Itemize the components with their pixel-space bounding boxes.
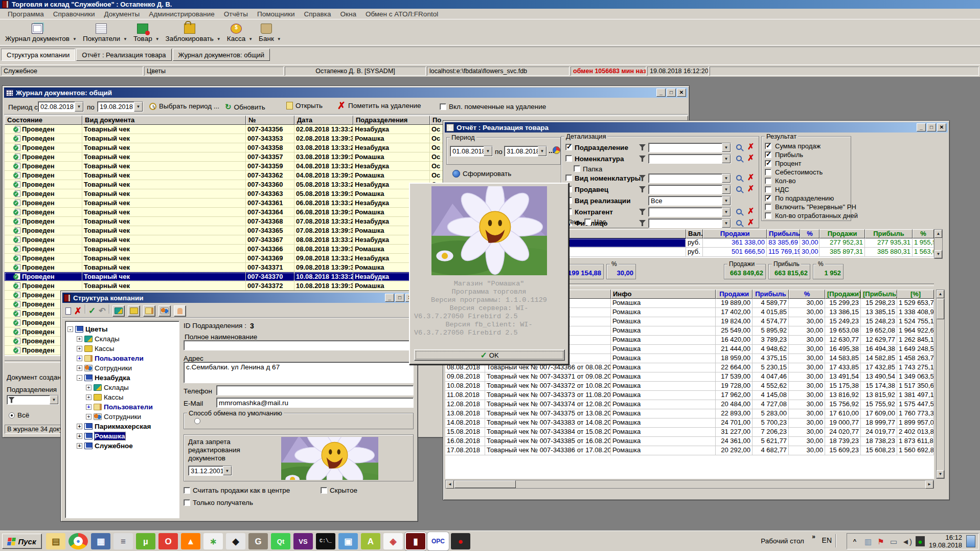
result-option[interactable]: Прибыль <box>762 150 851 159</box>
menu-item[interactable]: Документы <box>100 9 145 19</box>
refresh-button[interactable]: ↻Обновить <box>225 102 265 112</box>
full-name-input[interactable] <box>184 340 414 350</box>
period-from-combo[interactable]: 02.08.2018▼ <box>38 101 84 112</box>
col-doctype[interactable]: Вид документа <box>82 116 246 125</box>
tree-item[interactable]: Кассы <box>65 392 179 402</box>
show-desktop-button[interactable] <box>966 535 975 547</box>
result-option[interactable]: Процент <box>762 159 851 168</box>
detail-table-row[interactable]: 12.08.2018 Товарный чек № 007-343374 от … <box>445 400 934 409</box>
menu-item[interactable]: Справка <box>300 9 336 19</box>
detail-table-row[interactable]: 11.08.2018 Товарный чек № 007-343373 от … <box>445 391 934 400</box>
tree-expand-icon[interactable] <box>86 414 92 420</box>
taskbar-icon[interactable]: OPC <box>428 533 448 549</box>
period-to-combo[interactable]: 19.08.2018▼ <box>97 101 143 112</box>
detail-combo[interactable]: Все▼ <box>648 196 731 206</box>
search-icon[interactable] <box>736 156 742 161</box>
maximize-button[interactable]: □ <box>395 294 404 302</box>
chevron-down-icon[interactable]: ▼ <box>277 37 281 41</box>
detail-checkbox[interactable] <box>574 165 580 172</box>
clear-icon[interactable]: ✗ <box>747 185 754 192</box>
tree-expand-icon[interactable] <box>86 385 92 390</box>
maximize-button[interactable]: □ <box>927 123 936 131</box>
minimize-button[interactable]: _ <box>656 89 666 97</box>
search-icon[interactable] <box>736 175 742 181</box>
taskbar-icon[interactable]: A <box>361 533 380 549</box>
detail-checkbox[interactable] <box>565 155 572 162</box>
detail-table-row[interactable]: 09.08.2018 Товарный чек № 007-343371 от … <box>445 372 934 382</box>
detail-combo[interactable]: ▼ <box>648 207 731 217</box>
build-report-button[interactable]: Сформировать <box>452 170 511 178</box>
search-icon[interactable] <box>736 220 742 226</box>
chevron-down-icon[interactable]: ▼ <box>123 37 127 41</box>
menu-item[interactable]: Программа <box>3 9 49 19</box>
taskbar-icon[interactable]: Qt <box>271 533 290 549</box>
taskbar-icon[interactable]: ◆ <box>226 533 245 549</box>
pie-chart-icon[interactable] <box>553 146 560 154</box>
summary-scrollbar[interactable]: ▲ ▼ <box>934 229 943 259</box>
mark-delete-button[interactable]: ✗Пометить на удаление <box>337 102 421 109</box>
tray-icon[interactable]: ▥ <box>863 536 873 546</box>
tree-expand-icon[interactable] <box>77 375 82 381</box>
lock-date-combo[interactable]: 31.12.2001▼ <box>188 466 232 476</box>
chevron-down-icon[interactable]: ▼ <box>73 37 77 41</box>
taskbar-icon[interactable]: ● <box>451 533 470 549</box>
taskbar-icon[interactable]: ▤ <box>46 533 65 549</box>
menu-item[interactable]: Помощники <box>253 9 300 19</box>
warehouses-button[interactable] <box>112 305 125 317</box>
col-state[interactable]: Состояние <box>5 116 82 125</box>
division-filter-combo[interactable]: ▼ <box>7 395 59 405</box>
desktop-toolbar-label[interactable]: Рабочий стол <box>761 537 804 545</box>
tab-report[interactable]: Отчёт : Реализация товара <box>76 49 171 61</box>
search-icon[interactable] <box>736 186 742 192</box>
detail-table-row[interactable]: 15.08.2018 Товарный чек № 007-343384 от … <box>445 428 934 437</box>
result-option[interactable]: НДС <box>762 185 851 194</box>
close-button[interactable]: ✕ <box>937 123 946 131</box>
result-option[interactable]: По подразделению <box>762 194 851 203</box>
tab-journal[interactable]: Журнал документов: общий <box>173 49 270 61</box>
toolbar-button[interactable]: Банк <box>256 23 277 43</box>
menu-item[interactable]: Обмен с АТОЛ:FRontol <box>361 9 443 19</box>
taskbar-icon[interactable]: ▲ <box>181 533 200 549</box>
employees-button[interactable] <box>158 305 171 317</box>
address-input[interactable]: с.Семибалки. ул Ленина д 67 <box>184 362 414 383</box>
undo-button[interactable]: ↶ <box>99 306 105 316</box>
receiver-only-option[interactable]: Только получатель <box>184 499 253 506</box>
report-period-to[interactable]: 31.08.2018▼ <box>504 146 547 157</box>
tree-item[interactable]: Сотрудники <box>65 412 179 422</box>
toolbar-button[interactable]: Заблокировать <box>163 19 217 43</box>
tree-item[interactable]: Склады <box>65 383 179 392</box>
taskbar-icon[interactable]: C:\_ <box>316 533 335 549</box>
tree-item[interactable]: Служебное <box>65 441 179 451</box>
tree-expand-icon[interactable] <box>86 394 92 400</box>
clear-icon[interactable]: ✗ <box>747 143 754 150</box>
users-button[interactable] <box>143 305 155 317</box>
hour-checkbox[interactable] <box>584 218 591 225</box>
tree-item[interactable]: Сотрудники <box>65 363 179 373</box>
result-option[interactable]: Включить "Резервные" РН <box>762 203 851 211</box>
tree-item[interactable]: Склады <box>65 334 179 344</box>
minimize-button[interactable]: _ <box>917 123 926 131</box>
taskbar-icon[interactable]: G <box>248 533 268 549</box>
clear-icon[interactable]: ✗ <box>747 219 754 226</box>
toolbar-button[interactable]: Журнал документов <box>2 23 73 43</box>
new-item-button[interactable] <box>65 307 71 315</box>
tree-expand-icon[interactable] <box>67 326 73 332</box>
detail-combo[interactable]: ▼ <box>648 143 731 152</box>
detail-checkbox[interactable] <box>565 174 572 181</box>
tree-item[interactable]: Кассы <box>65 344 179 354</box>
phone-input[interactable] <box>216 385 414 395</box>
clear-icon[interactable]: ✗ <box>747 174 754 181</box>
hidden-option[interactable]: Скрытое <box>321 487 357 494</box>
detail-combo[interactable]: ▼ <box>648 173 731 183</box>
include-deleted-option[interactable]: Вкл. помеченные на удаление <box>440 103 546 111</box>
toolbar-button[interactable]: Покупатели <box>80 23 123 43</box>
menu-item[interactable]: Окна <box>336 9 361 19</box>
count-central-option[interactable]: Считать продажи как в центре <box>184 487 290 494</box>
report-titlebar[interactable]: Σ Отчёт : Реализация товара _ □ ✕ <box>445 122 948 133</box>
tree-expand-icon[interactable] <box>77 443 82 449</box>
tree-expand-icon[interactable] <box>77 424 82 429</box>
result-option[interactable]: Сумма продаж <box>762 142 851 150</box>
tree-item[interactable]: Пользователи <box>65 354 179 363</box>
tree-item[interactable]: Парикмахерская <box>65 422 179 431</box>
detail-table-row[interactable]: 14.08.2018 Товарный чек № 007-343383 от … <box>445 418 934 428</box>
